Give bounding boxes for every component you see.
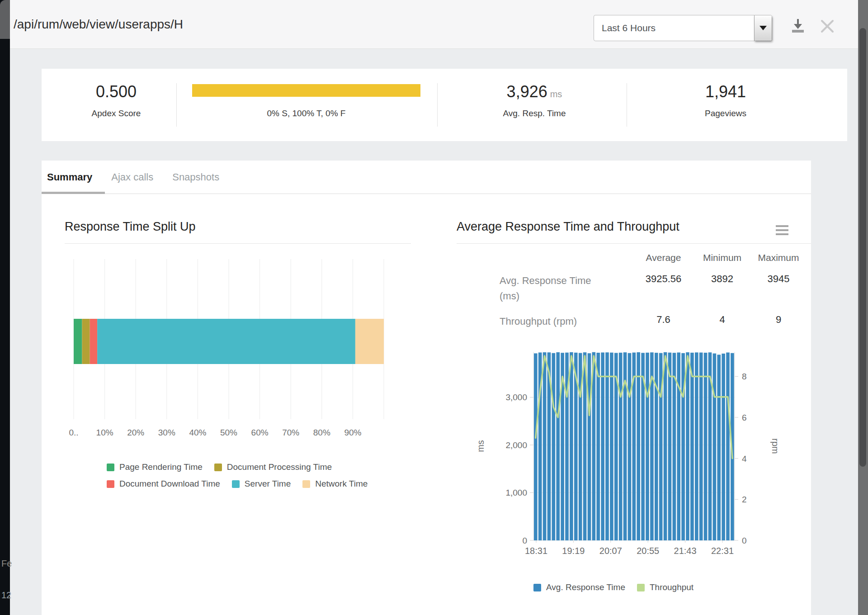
legend-label: Avg. Response Time [546, 582, 625, 592]
table-header-maximum: Maximum [746, 252, 811, 273]
screen: Fe 12 /api/rum/web/view/userapps/H Last … [0, 0, 868, 615]
background-text-fragment: Fe [1, 558, 12, 569]
avg-response-label: Avg. Resp. Time [476, 109, 593, 118]
avg-response-value: 3,926ms [476, 82, 593, 101]
divider [457, 243, 811, 244]
tab-bar: Summary Ajax calls Snapshots [42, 161, 811, 194]
svg-text:21:43: 21:43 [674, 546, 697, 556]
pageviews-value: 1,941 [674, 82, 778, 101]
pageviews-label: Pageviews [674, 109, 778, 118]
download-button[interactable] [790, 18, 805, 35]
apdex-bar [192, 84, 420, 97]
svg-text:ms: ms [476, 440, 486, 452]
svg-text:rpm: rpm [770, 438, 780, 454]
response-split-legend: Page Rendering Time Document Processing … [107, 462, 371, 489]
download-icon [790, 18, 805, 33]
svg-text:19:19: 19:19 [562, 546, 585, 556]
table-row-label: Avg. Response Time(ms) [500, 273, 628, 314]
divider [65, 243, 411, 244]
legend-label: Page Rendering Time [119, 462, 203, 472]
window-corner [0, 0, 11, 39]
svg-text:0: 0 [522, 536, 527, 545]
svg-text:6: 6 [742, 413, 747, 422]
legend-item[interactable]: Server Time [232, 479, 291, 489]
table-header [500, 252, 628, 273]
stat-pageviews: 1,941 Pageviews [674, 82, 778, 118]
apdex-label: Apdex Score [69, 109, 164, 118]
table-cell: 3892 [698, 273, 746, 314]
avg-response-unit: ms [550, 89, 562, 99]
svg-text:2: 2 [742, 495, 747, 504]
legend-item[interactable]: Avg. Response Time [533, 582, 625, 592]
time-range-select[interactable]: Last 6 Hours [594, 15, 772, 41]
legend-swatch [107, 464, 114, 471]
stat-avg-response: 3,926ms Avg. Resp. Time [476, 82, 593, 118]
legend-swatch [637, 584, 645, 591]
time-range-value: Last 6 Hours [594, 23, 656, 33]
legend-label: Server Time [245, 479, 291, 489]
svg-text:4: 4 [742, 454, 747, 464]
tab-ajax-calls[interactable]: Ajax calls [109, 161, 155, 194]
scrollbar-thumb[interactable] [859, 28, 866, 467]
svg-text:20:07: 20:07 [599, 546, 622, 556]
legend-swatch [214, 464, 222, 471]
close-icon [820, 19, 835, 34]
svg-text:2,000: 2,000 [505, 440, 527, 450]
divider [437, 83, 438, 127]
legend-item[interactable]: Document Download Time [107, 479, 220, 489]
apdex-value: 0.500 [69, 82, 164, 101]
legend-item[interactable]: Network Time [302, 479, 368, 489]
scrollbar-track [858, 0, 868, 615]
legend-item[interactable]: Page Rendering Time [107, 462, 203, 472]
legend-label: Network Time [315, 479, 368, 489]
legend-swatch [533, 584, 541, 591]
table-cell: 4 [698, 314, 746, 339]
apdex-distribution-label: 0% S, 100% T, 0% F [192, 109, 420, 118]
table-header-minimum: Minimum [698, 252, 746, 273]
svg-text:8: 8 [742, 372, 747, 381]
svg-text:30%: 30% [158, 428, 175, 437]
tab-snapshots[interactable]: Snapshots [170, 161, 221, 194]
table-header-average: Average [628, 252, 698, 273]
response-split-title: Response Time Split Up [65, 220, 196, 234]
legend-label: Document Download Time [119, 479, 220, 489]
combo-chart-legend: Avg. Response Time Throughput [533, 582, 787, 592]
stat-apdex: 0.500 Apdex Score [69, 82, 164, 118]
table-row-label: Throughput (rpm) [500, 314, 628, 339]
divider [627, 83, 627, 127]
legend-label: Throughput [650, 582, 693, 592]
hamburger-icon [776, 225, 788, 227]
table-cell: 7.6 [628, 314, 698, 339]
response-split-chart: 0..10%20%30%40%50%60%70%80%90% [65, 251, 408, 445]
legend-item[interactable]: Throughput [637, 582, 693, 592]
stats-card: 0.500 Apdex Score 0% S, 100% T, 0% F 3,9… [42, 69, 847, 141]
svg-text:80%: 80% [313, 428, 330, 437]
legend-item[interactable]: Document Processing Time [214, 462, 332, 472]
svg-text:20%: 20% [127, 428, 144, 437]
divider [176, 83, 177, 127]
avg-response-throughput-title: Average Response Time and Throughput [457, 220, 679, 234]
svg-text:22:31: 22:31 [711, 546, 734, 556]
svg-text:50%: 50% [220, 428, 237, 437]
svg-text:3,000: 3,000 [505, 393, 527, 402]
tab-summary[interactable]: Summary [45, 161, 94, 194]
svg-text:0: 0 [742, 536, 747, 545]
background-panel-left: Fe 12 [0, 0, 10, 615]
close-button[interactable] [820, 19, 835, 35]
legend-swatch [107, 480, 114, 488]
table-cell: 9 [746, 314, 811, 339]
svg-text:70%: 70% [282, 428, 299, 437]
svg-text:60%: 60% [251, 428, 269, 437]
background-text-fragment: 12 [1, 590, 11, 601]
chart-menu-button[interactable] [776, 225, 788, 237]
svg-text:40%: 40% [189, 428, 206, 437]
legend-swatch [232, 480, 240, 488]
legend-swatch [302, 480, 310, 488]
chevron-down-icon [754, 15, 772, 41]
svg-text:10%: 10% [96, 428, 113, 437]
svg-text:1,000: 1,000 [505, 488, 527, 497]
table-cell: 3925.56 [628, 273, 698, 314]
page-title: /api/rum/web/view/userapps/H [14, 17, 183, 32]
svg-text:90%: 90% [344, 428, 361, 437]
combo-chart: 01,0002,0003,0000246818:3119:1920:0720:5… [470, 347, 787, 560]
